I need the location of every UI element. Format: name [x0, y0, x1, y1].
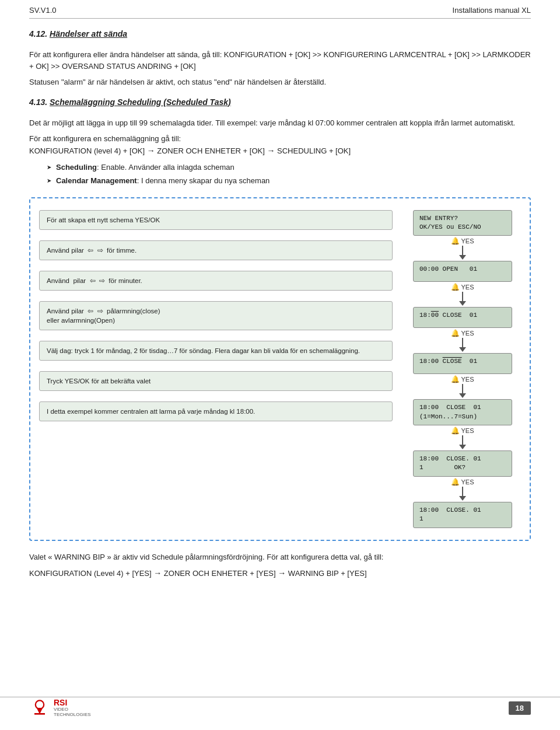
diag-box-7: I detta exempel kommer centralen att lar… [39, 401, 393, 421]
footer-page-number: 18 [509, 701, 531, 715]
bullet-scheduling: Scheduling: Enable. Använder alla inlagd… [47, 162, 531, 173]
diag-box-2: Använd pilar ⇦ ⇨ för timme. [39, 240, 393, 260]
footer-logo-text: RSI VIDEOTECHNOLOGIES [54, 698, 91, 718]
bullet-list: Scheduling: Enable. Använder alla inlagd… [47, 162, 531, 187]
yes-arrow-5: 🔔YES [451, 427, 474, 449]
diag-box-4: Använd pilar ⇦ ⇨ pålarmning(close)eller … [39, 301, 393, 330]
para3: Det är möjligt att lägga in upp till 99 … [29, 117, 531, 129]
page: SV.V1.0 Installations manual XL 4.12. Hä… [0, 0, 560, 730]
yes-arrow-4: 🔔YES [451, 375, 474, 398]
para5: Valet « WARNING BIP » är aktiv vid Sched… [29, 551, 531, 563]
para6: KONFIGURATION (Level 4) + [YES] → ZONER … [29, 567, 531, 579]
diag-left: För att skapa ett nytt schema YES/OK Anv… [39, 210, 393, 422]
yes-arrow-2: 🔔YES [451, 283, 474, 306]
para2: Statusen "alarm" är när händelsen är akt… [29, 76, 531, 88]
header-right: Installations manual XL [453, 6, 531, 15]
para4: För att konfigurera en schemaläggning gå… [29, 133, 531, 157]
screen-4: 18:00 CLOSE 01 [413, 353, 512, 374]
screen-3: 18:00 CLOSE 01 [413, 307, 512, 328]
diag-right: NEW ENTRY? OK/YES ou ESC/NO 🔔YES 00:00 O… [404, 210, 521, 528]
section-title-413: 4.13. Schemaläggning Scheduling (Schedul… [29, 97, 531, 111]
section-title-412: 4.12. Händelser att sända [29, 29, 531, 43]
bullet-calendar: Calendar Management: I denna meny skapar… [47, 175, 531, 187]
yes-arrow-1: 🔔YES [451, 237, 474, 260]
page-footer: RSI VIDEOTECHNOLOGIES 18 [0, 697, 560, 718]
diag-box-1: För att skapa ett nytt schema YES/OK [39, 210, 393, 230]
yes-arrow-3: 🔔YES [451, 329, 474, 352]
footer-logo: RSI VIDEOTECHNOLOGIES [29, 697, 91, 718]
diagram-container: För att skapa ett nytt schema YES/OK Anv… [29, 197, 531, 541]
diag-box-5: Välj dag: tryck 1 för måndag, 2 för tisd… [39, 341, 393, 361]
screen-7: 18:00 CLOSE. 01 1 [413, 502, 512, 528]
svg-point-0 [36, 700, 44, 708]
header-left: SV.V1.0 [29, 6, 57, 15]
page-header: SV.V1.0 Installations manual XL [29, 0, 531, 19]
rsi-logo-icon [29, 697, 50, 718]
para1: För att konfigurera eller ändra händelse… [29, 49, 531, 72]
diag-box-3: Använd pilar ⇦ ⇨ för minuter. [39, 271, 393, 291]
diag-box-6: Tryck YES/OK för att bekräfta valet [39, 371, 393, 391]
screen-1: NEW ENTRY? OK/YES ou ESC/NO [413, 210, 512, 236]
svg-rect-2 [34, 713, 45, 715]
screen-6: 18:00 CLOSE. 01 1 OK? [413, 450, 512, 477]
screen-5: 18:00 CLOSE 01 (1=Mon...7=Sun) [413, 399, 512, 425]
screen-2: 00:00 OPEN 01 [413, 261, 512, 282]
yes-arrow-6: 🔔YES [451, 478, 474, 501]
